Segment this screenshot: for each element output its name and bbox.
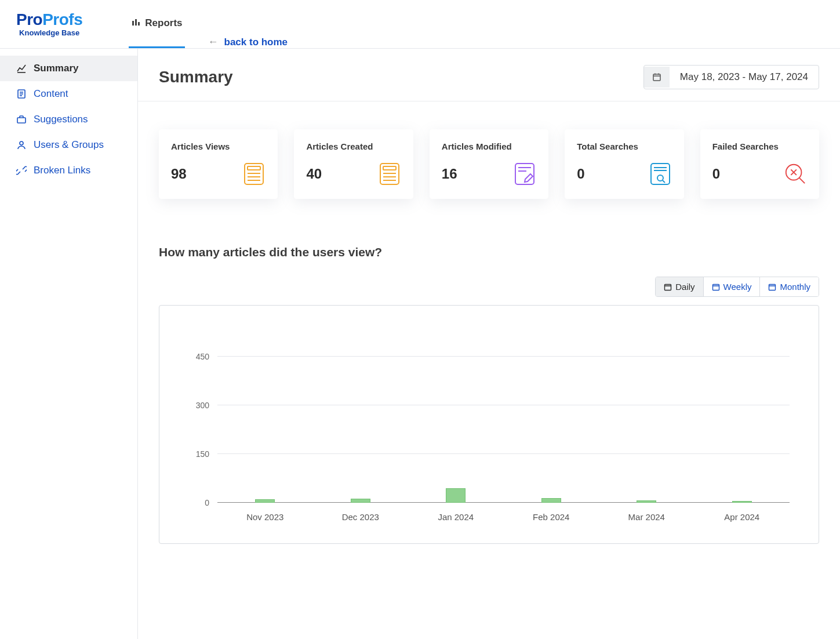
tab-label: Reports	[145, 17, 182, 29]
sidebar-item-summary[interactable]: Summary	[0, 56, 137, 81]
svg-rect-10	[653, 74, 660, 81]
stat-card[interactable]: Failed Searches 0	[700, 129, 819, 199]
sidebar-item-content[interactable]: Content	[0, 81, 137, 107]
svg-line-31	[663, 180, 665, 183]
svg-rect-40	[769, 284, 776, 290]
sidebar-item-label: Users & Groups	[34, 139, 104, 151]
stat-card-label: Articles Modified	[442, 141, 536, 151]
sidebar-item-label: Broken Links	[34, 165, 90, 176]
svg-rect-0	[132, 21, 134, 26]
chart-x-axis: Nov 2023Dec 2023Jan 2024Feb 2024Mar 2024…	[217, 507, 790, 526]
chart-bars	[217, 340, 790, 503]
stat-card-value: 0	[577, 166, 584, 182]
y-tick-label: 450	[196, 352, 209, 361]
chart-bar	[446, 488, 466, 503]
period-toggle-weekly[interactable]: Weekly	[704, 277, 761, 296]
svg-rect-38	[712, 284, 719, 290]
svg-line-35	[799, 178, 805, 184]
chart-container: 0150300450 Nov 2023Dec 2023Jan 2024Feb 2…	[159, 305, 819, 544]
sidebar-item-label: Content	[34, 88, 68, 100]
stat-card[interactable]: Articles Modified 16	[430, 129, 548, 199]
sidebar-item-label: Suggestions	[34, 114, 88, 125]
stat-card-label: Articles Created	[306, 141, 401, 151]
x-tick-label: Feb 2024	[504, 512, 599, 522]
stat-card-label: Total Searches	[577, 141, 671, 151]
stat-card-value: 0	[712, 166, 720, 182]
back-to-home-link[interactable]: ← back to home	[208, 36, 288, 48]
period-toggle-label: Weekly	[723, 282, 752, 292]
y-tick-label: 0	[205, 498, 209, 507]
chart-y-axis: 0150300450	[183, 340, 215, 503]
chart-line-icon	[16, 63, 27, 74]
stat-card[interactable]: Articles Views 98	[159, 129, 278, 199]
svg-rect-8	[17, 118, 26, 123]
x-tick-label: Apr 2024	[694, 512, 790, 522]
search-icon	[649, 162, 672, 186]
period-toggle-daily[interactable]: Daily	[656, 277, 703, 296]
stat-card-value: 40	[306, 166, 322, 182]
tab-reports[interactable]: Reports	[129, 0, 184, 48]
bar-chart-icon	[131, 17, 140, 30]
svg-rect-1	[135, 19, 137, 26]
date-range-picker[interactable]: May 18, 2023 - May 17, 2024	[643, 65, 819, 89]
chart-period-toggle: DailyWeeklyMonthly	[159, 277, 819, 297]
sidebar-item-suggestions[interactable]: Suggestions	[0, 107, 137, 132]
brand-name-1: Pro	[16, 10, 42, 28]
stat-card[interactable]: Articles Created 40	[294, 129, 413, 199]
brand-logo: ProProfs Knowledge Base	[16, 12, 82, 37]
svg-rect-20	[383, 166, 396, 170]
stat-card-value: 98	[171, 166, 187, 182]
stat-card-value: 16	[442, 166, 457, 182]
fail-icon	[784, 162, 807, 186]
chart-bar	[351, 499, 370, 503]
period-toggle-label: Daily	[675, 282, 694, 292]
grid-line	[217, 356, 790, 357]
brand-subtitle: Knowledge Base	[16, 29, 82, 37]
sidebar: Summary Content Suggestions Users & Grou…	[0, 49, 138, 639]
sidebar-item-broken-links[interactable]: Broken Links	[0, 158, 137, 183]
edit-icon	[513, 162, 536, 186]
topbar: ProProfs Knowledge Base Reports ← back t…	[0, 0, 840, 49]
svg-rect-15	[248, 166, 260, 170]
document-icon	[16, 89, 27, 99]
calendar-icon	[644, 67, 670, 88]
briefcase-icon	[16, 114, 27, 125]
link-broken-icon	[16, 165, 27, 176]
sidebar-item-users-groups[interactable]: Users & Groups	[0, 132, 137, 158]
x-tick-label: Mar 2024	[599, 512, 694, 522]
back-label: back to home	[224, 37, 288, 48]
y-tick-label: 150	[196, 449, 209, 459]
period-toggle-monthly[interactable]: Monthly	[760, 277, 819, 296]
page-title: Summary	[159, 68, 233, 86]
doc-icon	[378, 162, 401, 186]
stat-card-label: Articles Views	[171, 141, 266, 151]
svg-point-9	[20, 141, 23, 145]
stat-card[interactable]: Total Searches 0	[565, 129, 683, 199]
header-tabs: Reports ← back to home	[129, 0, 288, 48]
svg-rect-36	[665, 284, 671, 290]
x-tick-label: Dec 2023	[313, 512, 409, 522]
chart-bar	[732, 501, 752, 503]
y-tick-label: 300	[196, 401, 209, 410]
sidebar-item-label: Summary	[34, 63, 78, 74]
period-toggle-label: Monthly	[780, 282, 810, 292]
arrow-left-icon: ←	[208, 36, 219, 48]
stat-card-label: Failed Searches	[712, 141, 807, 151]
chart-bar	[637, 500, 656, 503]
grid-line	[217, 453, 790, 454]
user-icon	[16, 140, 27, 150]
stat-cards-row: Articles Views 98 Articles Created 40 Ar…	[138, 101, 840, 210]
chart-bar	[255, 499, 275, 503]
svg-rect-2	[138, 22, 140, 26]
x-tick-label: Nov 2023	[217, 512, 313, 522]
brand-name-2: Profs	[42, 10, 82, 28]
grid-line	[217, 405, 790, 405]
date-range-label: May 18, 2023 - May 17, 2024	[670, 66, 819, 89]
svg-point-30	[657, 175, 663, 181]
x-tick-label: Jan 2024	[408, 512, 504, 522]
chart-bar	[541, 498, 561, 503]
doc-icon	[242, 162, 266, 186]
chart-plot-area	[217, 340, 790, 503]
chart-section-title: How many articles did the users view?	[159, 245, 819, 259]
main-content: Summary May 18, 2023 - May 17, 2024 Arti…	[138, 49, 840, 639]
